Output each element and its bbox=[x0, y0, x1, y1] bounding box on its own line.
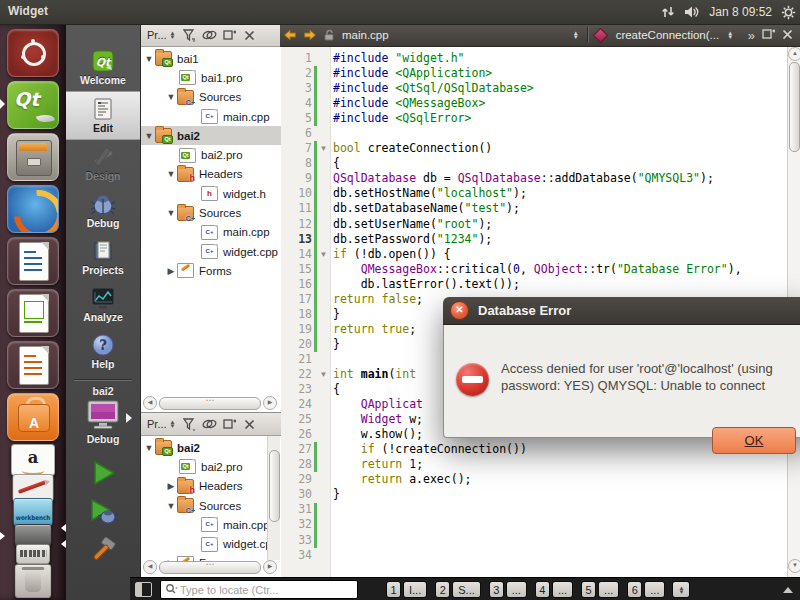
tree-item-headers[interactable]: ▶hHeaders bbox=[141, 477, 281, 496]
network-arrows-icon[interactable] bbox=[661, 5, 675, 19]
volume-icon[interactable] bbox=[684, 5, 700, 19]
sidebar-toggle-icon[interactable] bbox=[135, 582, 152, 597]
ubuntu-dash-launcher-icon[interactable] bbox=[7, 29, 59, 77]
mode-welcome[interactable]: QtWelcome bbox=[66, 44, 140, 91]
collapse-arrow-icon[interactable]: ▼ bbox=[165, 208, 177, 218]
expand-arrow-icon[interactable]: ▶ bbox=[165, 481, 177, 491]
tree-item-forms[interactable]: ▶Forms bbox=[141, 261, 281, 280]
tree-item-main-cpp[interactable]: C+main.cpp bbox=[141, 107, 281, 126]
mode-analyze[interactable]: Analyze bbox=[66, 281, 140, 328]
mode-debug[interactable]: Debug bbox=[66, 187, 140, 234]
collapse-arrow-icon[interactable]: ▼ bbox=[143, 54, 155, 64]
more-chevron-icon[interactable]: » bbox=[748, 28, 755, 43]
device-launcher-icon[interactable] bbox=[15, 524, 52, 546]
tree-item-bai1-pro[interactable]: Qtbai1.pro bbox=[141, 68, 281, 87]
open-file-name[interactable]: main.cpp bbox=[342, 29, 389, 41]
scrollbar-thumb[interactable] bbox=[269, 450, 280, 522]
ok-button[interactable]: OK bbox=[712, 427, 796, 454]
trash-launcher-icon[interactable] bbox=[15, 564, 52, 598]
scroll-right-icon[interactable]: ▶ bbox=[263, 396, 277, 410]
output-pane-spinner[interactable]: ▲▼ bbox=[672, 581, 690, 598]
split-editor-icon[interactable] bbox=[762, 28, 775, 42]
filter-icon[interactable] bbox=[180, 413, 200, 435]
scroll-left-icon[interactable]: ◀ bbox=[143, 560, 157, 574]
kit-selector[interactable]: bai2 Debug bbox=[66, 385, 140, 445]
file-manager-launcher-icon[interactable] bbox=[7, 133, 59, 181]
tree-item-bai2-pro[interactable]: Qtbai2.pro bbox=[141, 145, 281, 164]
clock[interactable]: Jan 8 09:52 bbox=[709, 5, 772, 19]
close-circle-icon[interactable]: ✕ bbox=[450, 301, 469, 320]
symbol-combo-spinner-icon[interactable]: ▲▼ bbox=[727, 31, 733, 39]
split-icon[interactable] bbox=[220, 24, 240, 46]
tree-item-bai2[interactable]: ▼Qtbai2 bbox=[141, 126, 281, 145]
run-button[interactable] bbox=[89, 459, 117, 491]
scroll-down-icon[interactable]: ▼ bbox=[788, 559, 800, 573]
build-hammer-button[interactable] bbox=[88, 537, 118, 571]
pane-mode-combo[interactable]: Pr... ▲▼ bbox=[141, 418, 180, 430]
mode-help[interactable]: ?Help bbox=[66, 328, 140, 375]
output-pane-button-1[interactable]: 1I... bbox=[386, 581, 427, 598]
tree-item-sources[interactable]: ▼C+Sources bbox=[141, 203, 281, 222]
output-pane-button-5[interactable]: 5... bbox=[581, 581, 619, 598]
expand-arrow-icon[interactable]: ▶ bbox=[165, 266, 177, 276]
libreoffice-impress-launcher-icon[interactable] bbox=[7, 341, 59, 389]
qt-creator-launcher-icon[interactable]: Qt bbox=[7, 81, 59, 129]
output-pane-button-4[interactable]: 4... bbox=[535, 581, 573, 598]
filter-icon[interactable] bbox=[180, 24, 200, 46]
scroll-right-icon[interactable]: ▶ bbox=[263, 560, 277, 574]
session-gear-icon[interactable] bbox=[781, 5, 796, 20]
output-pane-button-3[interactable]: 3... bbox=[489, 581, 527, 598]
output-pane-button-6[interactable]: 6... bbox=[627, 581, 665, 598]
expand-output-icon[interactable] bbox=[783, 587, 793, 593]
tree-item-sources[interactable]: ▼C+Sources bbox=[141, 496, 281, 515]
firefox-launcher-icon[interactable] bbox=[7, 185, 59, 233]
locator-search[interactable] bbox=[160, 580, 358, 599]
tree-item-bai2-pro[interactable]: Qtbai2.pro bbox=[141, 457, 281, 476]
keyboard-launcher-icon[interactable] bbox=[16, 544, 50, 564]
libreoffice-writer-launcher-icon[interactable] bbox=[7, 237, 59, 285]
fold-marker-icon[interactable]: ▼ bbox=[318, 367, 329, 382]
tree-item-widget-h[interactable]: hwidget.h bbox=[141, 184, 281, 203]
collapse-arrow-icon[interactable]: ▼ bbox=[165, 92, 177, 102]
fold-marker-icon[interactable]: ▼ bbox=[318, 247, 329, 262]
sync-with-editor-icon[interactable] bbox=[200, 24, 220, 46]
mode-edit[interactable]: Edit bbox=[66, 91, 140, 140]
tree-item-bai2[interactable]: ▼Qtbai2 bbox=[141, 438, 281, 457]
collapse-arrow-icon[interactable]: ▼ bbox=[143, 443, 155, 453]
scroll-left-icon[interactable]: ◀ bbox=[143, 396, 157, 410]
split-icon[interactable] bbox=[220, 413, 240, 435]
pane-mode-combo[interactable]: Pr... ▲▼ bbox=[141, 29, 180, 41]
dialog-titlebar[interactable]: ✕ Database Error bbox=[443, 297, 800, 325]
scrollbar-thumb[interactable] bbox=[159, 561, 261, 574]
forward-icon[interactable] bbox=[303, 29, 317, 41]
tree-item-main-cpp[interactable]: C+main.cpp bbox=[141, 515, 281, 534]
software-center-launcher-icon[interactable]: A bbox=[7, 393, 59, 441]
mode-projects[interactable]: Projects bbox=[66, 234, 140, 281]
amazon-launcher-icon[interactable]: a bbox=[11, 444, 55, 476]
sync-with-editor-icon[interactable] bbox=[200, 413, 220, 435]
output-pane-button-2[interactable]: 2S... bbox=[435, 581, 481, 598]
collapse-arrow-icon[interactable]: ▼ bbox=[165, 169, 177, 179]
locator-input[interactable] bbox=[180, 584, 340, 596]
vertical-scrollbar[interactable] bbox=[267, 436, 280, 560]
collapse-arrow-icon[interactable]: ▼ bbox=[143, 131, 155, 141]
tree-item-sources[interactable]: ▼C+Sources bbox=[141, 88, 281, 107]
symbol-combo[interactable]: createConnection(... bbox=[616, 29, 720, 41]
fold-marker-icon[interactable]: ▼ bbox=[318, 141, 329, 156]
file-combo-spinner-icon[interactable]: ▲▼ bbox=[573, 31, 579, 39]
scrollbar-thumb[interactable] bbox=[159, 397, 261, 410]
scroll-up-icon[interactable]: ▲ bbox=[788, 47, 800, 61]
collapse-arrow-icon[interactable]: ▼ bbox=[165, 501, 177, 511]
tree-item-widget-cp[interactable]: C+widget.cp bbox=[141, 534, 281, 553]
tree-item-bai1[interactable]: ▼Qtbai1 bbox=[141, 49, 281, 68]
close-editor-icon[interactable] bbox=[782, 29, 793, 42]
close-icon[interactable] bbox=[240, 24, 260, 46]
tree-item-widget-cpp[interactable]: C+widget.cpp bbox=[141, 242, 281, 261]
horizontal-scrollbar[interactable]: ◀ ▶ bbox=[143, 561, 279, 573]
tree-item-headers[interactable]: ▼hHeaders bbox=[141, 165, 281, 184]
scrollbar-thumb[interactable] bbox=[789, 62, 800, 152]
libreoffice-calc-launcher-icon[interactable] bbox=[7, 289, 59, 337]
debug-run-button[interactable] bbox=[88, 498, 118, 530]
back-icon[interactable] bbox=[283, 29, 297, 41]
close-icon[interactable] bbox=[240, 413, 260, 435]
